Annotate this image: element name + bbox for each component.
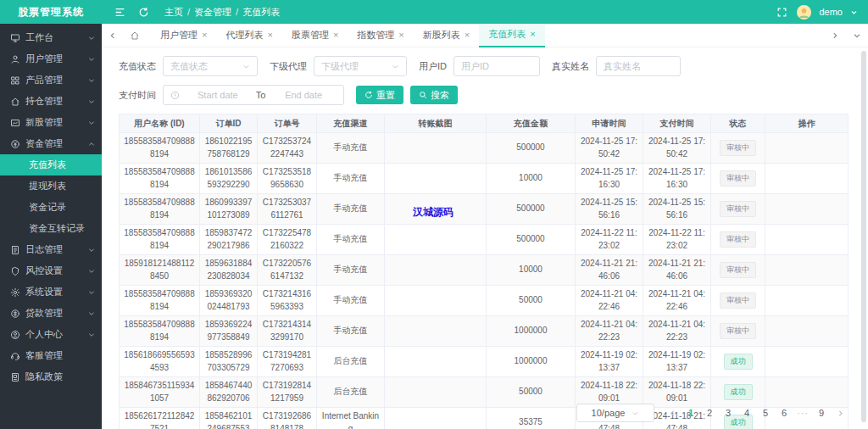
sidebar-item-label: 风控设置 — [25, 265, 88, 277]
sidebar-subitem[interactable]: 资金记录 — [0, 197, 102, 218]
cell-operation — [765, 286, 849, 316]
tab[interactable]: 股票管理× — [282, 24, 348, 47]
tab-label: 充值列表 — [488, 28, 526, 41]
breadcrumb-item[interactable]: 主页 — [164, 6, 183, 19]
recharge-table-wrap: 用户名称 (ID)订单ID订单号充值渠道转账截图充值金额申请时间支付时间状态操作… — [119, 114, 848, 429]
column-header: 用户名称 (ID) — [120, 114, 200, 133]
breadcrumb-item[interactable]: 资金管理 — [194, 6, 231, 19]
user-icon — [10, 54, 20, 64]
cell-status: 审核中 — [711, 286, 765, 316]
table-row: 18558358470988881941859837472290217986C1… — [120, 225, 849, 255]
page-number[interactable]: 6 — [776, 404, 792, 422]
sidebar-item[interactable]: 用户管理 — [0, 48, 102, 70]
cell-screenshot — [385, 133, 487, 164]
cell-order-no: C1732537242247443 — [258, 133, 317, 164]
username[interactable]: demo — [819, 7, 843, 17]
cell-channel: 后台充值 — [317, 377, 385, 408]
tab[interactable]: 用户管理× — [151, 24, 216, 47]
page-number[interactable]: 9 — [814, 404, 829, 422]
table-row: 18558358470988881941859369320024481793C1… — [120, 286, 849, 316]
chevron-down-icon[interactable] — [850, 8, 858, 16]
tabs-scroll-right-icon[interactable] — [824, 24, 846, 47]
page-number[interactable]: 2 — [702, 404, 717, 422]
sidebar-item[interactable]: 隐私政策 — [0, 366, 102, 387]
page-number[interactable]: 3 — [721, 404, 736, 422]
avatar[interactable] — [797, 5, 811, 20]
cell-amount: 35375 — [487, 408, 576, 429]
page-number[interactable]: 5 — [758, 404, 773, 422]
cell-status: 审核中 — [711, 225, 765, 255]
sidebar-item[interactable]: 工作台 — [0, 27, 102, 48]
table-header-row: 用户名称 (ID)订单ID订单号充值渠道转账截图充值金额申请时间支付时间状态操作 — [120, 114, 849, 133]
sidebar-subitem[interactable]: 资金互转记录 — [0, 218, 102, 239]
cell-channel: 手动充值 — [317, 225, 385, 255]
page-number[interactable]: 4 — [739, 404, 754, 422]
page-numbers: 123456···9 — [683, 404, 829, 422]
close-icon[interactable]: × — [202, 31, 207, 40]
close-icon[interactable]: × — [333, 31, 338, 40]
tab[interactable]: 代理列表× — [216, 24, 281, 47]
search-button[interactable]: 搜索 — [410, 86, 458, 104]
tab-label: 指数管理 — [357, 29, 394, 42]
sidebar-item[interactable]: 日志管理 — [0, 239, 102, 260]
tab[interactable]: 新股列表× — [414, 24, 479, 47]
cell-amount: 50000 — [487, 377, 576, 408]
user-id-input[interactable] — [453, 56, 540, 76]
fullscreen-icon[interactable] — [774, 4, 789, 20]
tabs-scroll-left-icon[interactable] — [102, 24, 124, 47]
sidebar-item[interactable]: 系统设置 — [0, 281, 102, 303]
sidebar-item[interactable]: 产品管理 — [0, 70, 102, 91]
sidebar-item[interactable]: 客服管理 — [0, 345, 102, 366]
sub-agent-select[interactable]: 下级代理 — [314, 56, 407, 76]
cell-user-id: 1855835847098888194 — [120, 194, 200, 225]
chevron-down-icon — [88, 332, 95, 338]
close-icon[interactable]: × — [530, 30, 535, 39]
cell-amount: 1000000 — [487, 316, 576, 347]
cell-operation — [765, 347, 849, 377]
sidebar-item[interactable]: 个人中心 — [0, 324, 102, 345]
reset-button[interactable]: 重置 — [356, 86, 403, 104]
cell-operation — [765, 225, 849, 255]
tab[interactable]: 指数管理× — [348, 24, 413, 47]
pagination: 10/page 123456···9 — [576, 404, 848, 422]
vertical-scrollbar[interactable] — [861, 51, 866, 422]
close-icon[interactable]: × — [398, 31, 403, 40]
next-page-icon[interactable] — [832, 404, 848, 422]
page-size-select[interactable]: 10/page — [576, 404, 654, 422]
tabs-container: 用户管理×代理列表×股票管理×指数管理×新股列表×充值列表× — [151, 24, 824, 47]
sidebar-subitem[interactable]: 充值列表 — [0, 154, 102, 176]
tab[interactable]: 充值列表× — [479, 24, 544, 47]
cell-pay-time: 2024-11-25 17:50:42 — [643, 133, 711, 164]
close-icon[interactable]: × — [267, 31, 272, 40]
home-tab-icon[interactable] — [124, 24, 146, 47]
cell-status: 成功 — [711, 347, 765, 377]
sidebar-item[interactable]: 持仓管理 — [0, 91, 102, 112]
refresh-icon[interactable] — [136, 4, 151, 20]
tabs-menu-icon[interactable] — [846, 24, 868, 47]
sidebar-item[interactable]: 新股管理 — [0, 112, 102, 133]
tab-label: 股票管理 — [292, 29, 329, 42]
cell-order-no: C1732254782160322 — [258, 225, 317, 255]
status-badge: 审核中 — [720, 140, 756, 156]
prev-page-icon[interactable] — [665, 404, 680, 422]
cell-screenshot — [385, 377, 487, 408]
cell-status: 审核中 — [711, 255, 765, 286]
real-name-input[interactable] — [596, 56, 681, 76]
pay-time-range-picker[interactable]: Start date To End date — [163, 85, 344, 105]
cell-pay-time: 2024-11-19 02:13:37 — [643, 347, 711, 377]
cell-amount: 50000 — [487, 286, 576, 316]
sidebar-item[interactable]: 风控设置 — [0, 260, 102, 281]
sidebar-item[interactable]: 贷款管理 — [0, 303, 102, 324]
cell-user-id: 1855835847098888194 — [120, 133, 200, 164]
sidebar-item[interactable]: 资金管理 — [0, 133, 102, 154]
recharge-status-select[interactable]: 充值状态 — [163, 56, 258, 76]
hamburger-icon[interactable] — [112, 4, 127, 20]
sidebar-subitem[interactable]: 提现列表 — [0, 176, 102, 197]
page-number[interactable]: 1 — [683, 404, 698, 422]
status-badge: 成功 — [724, 354, 753, 370]
monitor-icon — [10, 33, 20, 43]
chevron-up-icon — [88, 141, 95, 148]
cell-order-id: 1859369320024481793 — [200, 286, 258, 316]
close-icon[interactable]: × — [465, 31, 470, 40]
breadcrumb-item[interactable]: 充值列表 — [242, 6, 280, 19]
